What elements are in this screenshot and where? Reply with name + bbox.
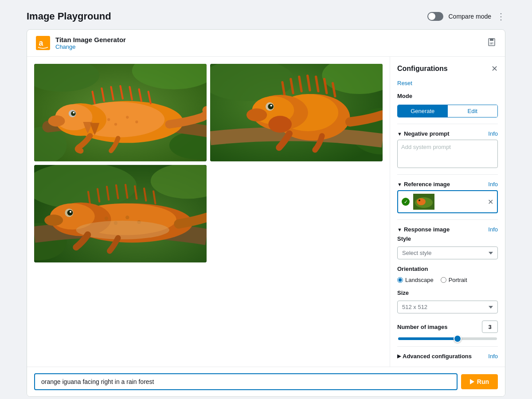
change-model-link[interactable]: Change	[55, 43, 126, 50]
image-slot-4-empty	[210, 165, 383, 262]
negative-prompt-chevron: ▼	[397, 131, 402, 137]
reference-image-header: ▼ Reference image Info	[397, 181, 498, 188]
main-card: a Titan Image Generator Change	[27, 29, 505, 397]
top-bar-right: Compare mode ⋮	[427, 11, 506, 22]
configurations-title: Configurations	[397, 65, 448, 73]
negative-prompt-info-link[interactable]: Info	[488, 130, 498, 137]
config-header: Configurations ✕	[397, 64, 498, 74]
slider-thumb[interactable]	[454, 335, 462, 343]
style-label: Style	[397, 235, 498, 242]
reference-image-label: ▼ Reference image	[397, 181, 450, 188]
svg-point-56	[417, 198, 426, 205]
svg-point-51	[125, 215, 129, 219]
run-icon	[470, 379, 474, 384]
divider-4	[397, 346, 498, 347]
reference-image-info-link[interactable]: Info	[488, 181, 498, 188]
svg-point-22	[126, 116, 129, 118]
svg-point-19	[48, 115, 65, 126]
reference-image-inner: ✓	[402, 194, 434, 210]
model-name: Titan Image Generator	[55, 36, 126, 43]
config-reset-link[interactable]: Reset	[397, 80, 498, 86]
slider-track	[398, 337, 497, 340]
top-bar: Image Playground Compare mode ⋮	[0, 0, 532, 29]
landscape-radio[interactable]	[397, 277, 403, 283]
size-label: Size	[397, 289, 498, 296]
orientation-radio-group: Landscape Portrait	[397, 277, 498, 283]
mode-section: Mode Generate Edit	[397, 93, 498, 117]
divider-2	[397, 174, 498, 175]
svg-text:a: a	[39, 39, 43, 47]
config-close-button[interactable]: ✕	[491, 64, 498, 74]
size-select[interactable]: 512 x 512 768 x 768 1024 x 1024	[397, 301, 498, 313]
image-grid-area	[27, 57, 390, 367]
response-chevron: ▼	[397, 227, 402, 232]
advanced-configurations-info-link[interactable]: Info	[488, 353, 498, 360]
negative-prompt-header: ▼ Negative prompt Info	[397, 130, 498, 137]
card-header: a Titan Image Generator Change	[27, 30, 505, 57]
svg-point-21	[114, 123, 117, 125]
reference-chevron: ▼	[397, 182, 402, 187]
page-title: Image Playground	[27, 11, 111, 22]
slider-fill	[398, 337, 458, 340]
svg-point-33	[268, 104, 274, 110]
card-header-left: a Titan Image Generator Change	[36, 36, 126, 50]
portrait-label: Portrait	[449, 277, 467, 283]
svg-rect-3	[490, 39, 493, 41]
number-of-images-label: Number of images	[397, 324, 447, 330]
number-of-images-slider-container	[397, 337, 498, 340]
generate-mode-button[interactable]: Generate	[398, 105, 448, 117]
orientation-landscape-option[interactable]: Landscape	[397, 277, 434, 283]
style-select[interactable]: Select style Photorealistic Illustration…	[397, 246, 498, 259]
run-label: Run	[477, 378, 489, 385]
svg-point-48	[44, 215, 63, 226]
image-slot-1[interactable]	[34, 64, 207, 161]
svg-point-34	[270, 105, 272, 106]
more-options-button[interactable]: ⋮	[497, 11, 505, 22]
svg-point-23	[135, 121, 138, 123]
advanced-configurations-label: ▶ Advanced configurations	[397, 353, 472, 360]
prompt-input[interactable]	[34, 373, 458, 390]
reference-image-box: ✓ ✕	[397, 190, 498, 213]
svg-point-47	[70, 211, 71, 213]
svg-point-46	[67, 210, 73, 216]
negative-prompt-section: ▼ Negative prompt Info	[397, 130, 498, 168]
save-button[interactable]	[487, 38, 496, 49]
svg-point-49	[105, 216, 108, 220]
mode-label: Mode	[397, 93, 498, 99]
response-image-info-link[interactable]: Info	[488, 226, 498, 233]
content-area: Configurations ✕ Reset Mode Generate Edi…	[27, 57, 505, 367]
response-image-header: ▼ Response image Info	[397, 226, 498, 233]
response-image-section: ▼ Response image Info Style Select style…	[397, 226, 498, 340]
svg-point-35	[268, 116, 292, 133]
orientation-portrait-option[interactable]: Portrait	[441, 277, 467, 283]
image-grid	[34, 64, 383, 262]
card-title-block: Titan Image Generator Change	[55, 36, 126, 50]
response-image-label: ▼ Response image	[397, 226, 450, 233]
advanced-chevron: ▶	[397, 353, 401, 359]
compare-mode-toggle[interactable]	[427, 12, 443, 21]
reference-image-remove-button[interactable]: ✕	[488, 198, 493, 206]
advanced-configurations-section[interactable]: ▶ Advanced configurations Info	[397, 353, 498, 360]
image-slot-2[interactable]	[210, 64, 383, 161]
negative-prompt-label: ▼ Negative prompt	[397, 130, 449, 137]
run-button[interactable]: Run	[461, 374, 498, 389]
divider-1	[397, 124, 498, 124]
landscape-label: Landscape	[405, 277, 434, 283]
reference-thumbnail	[413, 194, 434, 210]
negative-prompt-textarea[interactable]	[397, 140, 498, 168]
ref-check-icon: ✓	[402, 198, 410, 206]
svg-point-20	[107, 118, 110, 121]
amazon-logo: a	[36, 36, 50, 50]
orientation-label: Orientation	[397, 266, 498, 272]
edit-mode-button[interactable]: Edit	[448, 105, 498, 117]
prompt-area: Run	[27, 367, 505, 396]
number-of-images-value: 3	[482, 321, 498, 333]
divider-3	[397, 219, 498, 220]
svg-point-36	[246, 109, 267, 121]
toggle-knob	[428, 13, 435, 20]
configurations-panel: Configurations ✕ Reset Mode Generate Edi…	[390, 57, 505, 367]
portrait-radio[interactable]	[441, 277, 446, 283]
reference-image-section: ▼ Reference image Info ✓	[397, 181, 498, 213]
image-slot-3[interactable]	[34, 165, 207, 262]
svg-rect-4	[489, 42, 494, 45]
